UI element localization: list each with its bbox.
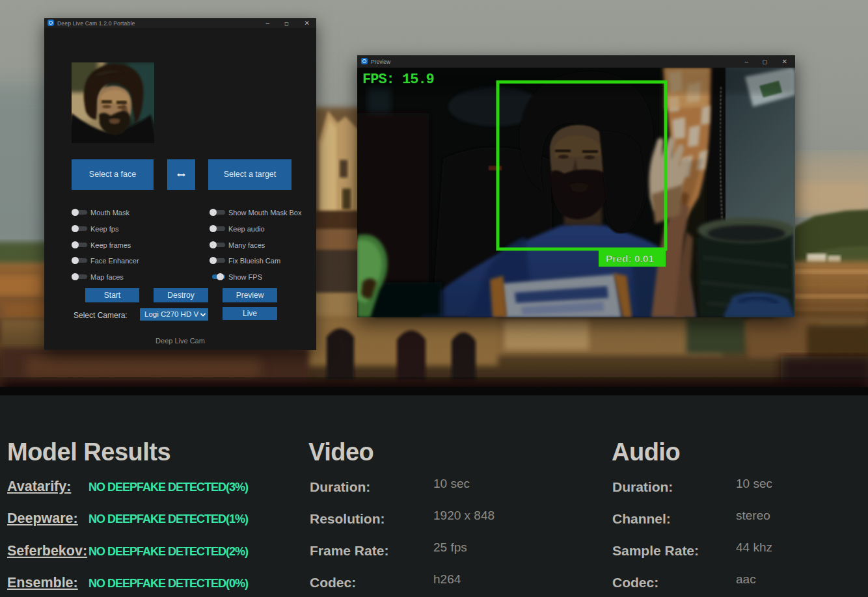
svg-text:Pred: 0.01: Pred: 0.01 <box>606 253 654 264</box>
svg-text:FPS: 15.9: FPS: 15.9 <box>362 72 434 88</box>
